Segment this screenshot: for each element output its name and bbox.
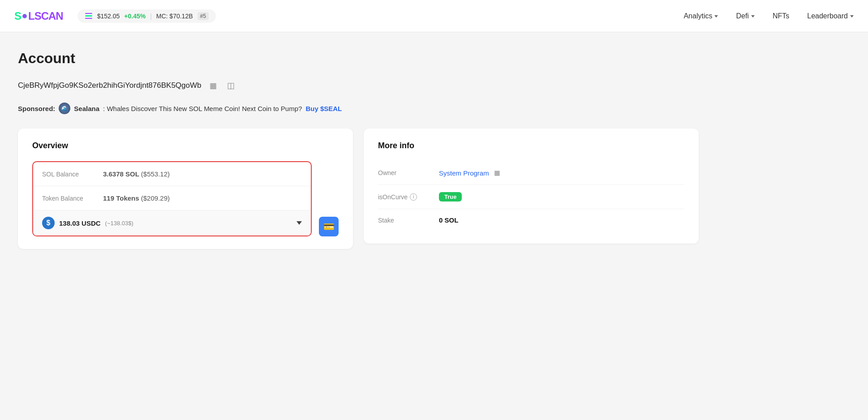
usdc-info: $ 138.03 USDC (~138.03$) xyxy=(42,217,133,229)
copy-icon: ▦ xyxy=(210,81,217,90)
usdc-amount: 138.03 USDC xyxy=(59,219,101,227)
chevron-down-icon xyxy=(751,15,755,17)
isoncurve-row: isOnCurve i True xyxy=(378,185,684,209)
sol-balance-value: 3.6378 SOL ($553.12) xyxy=(103,170,170,178)
price-pill: $152.05 +0.45% | MC: $70.12B #5 xyxy=(77,9,216,23)
system-program-link[interactable]: System Program xyxy=(439,169,489,177)
isoncurve-value: True xyxy=(439,192,462,201)
more-info-card: More info Owner System Program ▦ isOnCur… xyxy=(364,129,699,244)
wallet-address: CjeBRyWfpjGo9KSo2erb2hihGiYordjnt876BK5Q… xyxy=(18,81,202,90)
true-badge: True xyxy=(439,192,462,201)
copy-address-button[interactable]: ▦ xyxy=(207,79,219,92)
nav-menu: Analytics Defi NFTs Leaderboard xyxy=(683,12,854,20)
wallet-button-wrapper: 💳 xyxy=(319,217,339,236)
token-balance-label: Token Balance xyxy=(42,195,96,202)
sol-balance-label: SOL Balance xyxy=(42,171,96,178)
mc-info: MC: $70.12B xyxy=(156,13,193,20)
nav-analytics[interactable]: Analytics xyxy=(683,12,718,20)
qr-icon: ◫ xyxy=(227,81,235,90)
chevron-down-icon xyxy=(850,15,854,17)
more-info-title: More info xyxy=(378,141,684,150)
header: S LSCAN $152.05 +0.45% | MC: $70.12B #5 … xyxy=(0,0,868,32)
info-icon[interactable]: i xyxy=(410,193,417,201)
token-balance-row: Token Balance 119 Tokens ($209.29) xyxy=(33,186,311,210)
overview-box-wrapper: SOL Balance 3.6378 SOL ($553.12) Token B… xyxy=(32,161,312,236)
sponsored-label: Sponsored: xyxy=(18,105,55,112)
stake-value: 0 SOL xyxy=(439,216,458,224)
usdc-icon: $ xyxy=(42,217,55,229)
logo-lscan: LSCAN xyxy=(28,10,63,22)
rank-badge: #5 xyxy=(198,12,209,20)
sponsored-avatar: 🌊 xyxy=(59,103,70,114)
nav-defi[interactable]: Defi xyxy=(736,12,754,20)
token-balance-value: 119 Tokens ($209.29) xyxy=(103,194,170,202)
nav-nfts[interactable]: NFTs xyxy=(773,12,789,20)
sol-price: $152.05 xyxy=(97,13,120,20)
chevron-down-icon xyxy=(714,15,718,17)
wallet-button[interactable]: 💳 xyxy=(319,217,339,236)
page-title: Account xyxy=(18,50,699,67)
usdc-approx: (~138.03$) xyxy=(105,220,133,227)
overview-with-wallet: SOL Balance 3.6378 SOL ($553.12) Token B… xyxy=(32,161,339,236)
stake-row: Stake 0 SOL xyxy=(378,209,684,231)
stake-label: Stake xyxy=(378,217,432,224)
logo[interactable]: S LSCAN xyxy=(14,10,63,22)
qr-code-button[interactable]: ◫ xyxy=(225,79,237,92)
owner-label: Owner xyxy=(378,169,432,176)
sponsored-name: Sealana xyxy=(74,105,99,112)
owner-value: System Program ▦ xyxy=(439,168,502,177)
overview-card: Overview SOL Balance 3.6378 SOL ($553.12… xyxy=(18,129,353,249)
main-content: Account CjeBRyWfpjGo9KSo2erb2hihGiYordjn… xyxy=(0,32,717,267)
address-row: CjeBRyWfpjGo9KSo2erb2hihGiYordjnt876BK5Q… xyxy=(18,79,699,92)
isoncurve-label: isOnCurve i xyxy=(378,193,432,201)
price-change: +0.45% xyxy=(124,13,146,20)
overview-title: Overview xyxy=(32,141,339,150)
usdc-row: $ 138.03 USDC (~138.03$) xyxy=(33,210,311,236)
owner-row: Owner System Program ▦ xyxy=(378,161,684,185)
cards-row: Overview SOL Balance 3.6378 SOL ($553.12… xyxy=(18,129,699,249)
sponsored-link[interactable]: Buy $SEAL xyxy=(305,105,342,112)
sponsored-row: Sponsored: 🌊 Sealana : Whales Discover T… xyxy=(18,103,699,114)
sponsored-text: : Whales Discover This New SOL Meme Coin… xyxy=(103,105,302,112)
sol-balance-row: SOL Balance 3.6378 SOL ($553.12) xyxy=(33,162,311,186)
overview-box: SOL Balance 3.6378 SOL ($553.12) Token B… xyxy=(32,161,312,236)
usdc-dropdown-button[interactable] xyxy=(296,221,302,225)
stack-icon xyxy=(85,13,93,19)
wallet-icon: 💳 xyxy=(323,221,335,232)
copy-system-program-button[interactable]: ▦ xyxy=(493,168,502,177)
logo-s: S xyxy=(14,10,21,22)
nav-leaderboard[interactable]: Leaderboard xyxy=(807,12,854,20)
logo-dot-icon xyxy=(22,14,27,18)
